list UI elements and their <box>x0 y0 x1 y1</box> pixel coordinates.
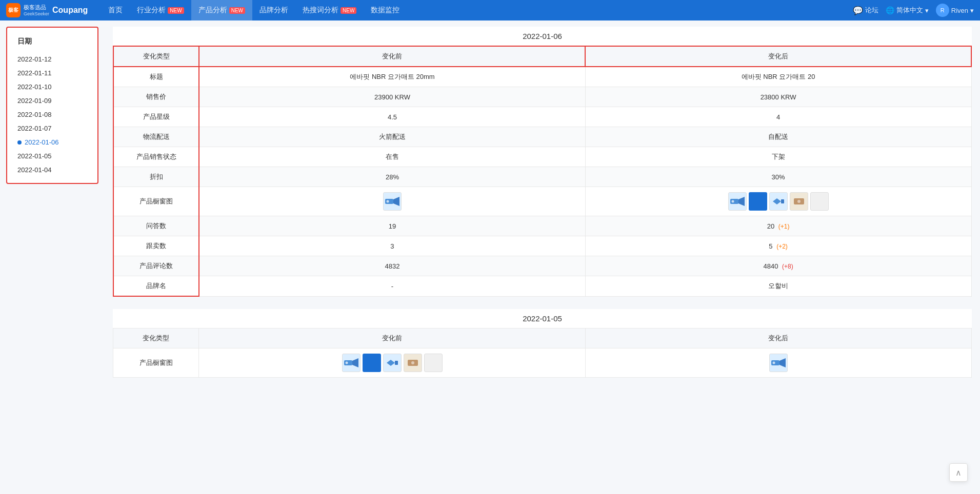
thumbnail-b3[interactable] <box>383 354 402 372</box>
sidebar-date-0[interactable]: 2022-01-12 <box>13 52 91 66</box>
thumbnail-b5[interactable] <box>424 354 443 372</box>
type-cell: 问答数 <box>113 216 199 236</box>
table-row: 产品评论数 4832 4840 (+8) <box>113 256 971 276</box>
table-row: 跟卖数 3 5 (+2) <box>113 236 971 256</box>
chevron-down-icon: ▾ <box>925 7 929 14</box>
col-header-before-2: 变化前 <box>199 328 585 348</box>
active-dot <box>17 140 22 145</box>
svg-rect-6 <box>781 199 784 203</box>
new-badge-industry: NEW <box>168 7 184 14</box>
svg-point-17 <box>772 362 775 364</box>
before-cell-image <box>199 187 585 216</box>
before-cell: 4832 <box>199 256 585 276</box>
sidebar-date-7[interactable]: 2022-01-05 <box>13 149 91 163</box>
thumbnail-b1[interactable] <box>342 354 361 372</box>
before-cell: 19 <box>199 216 585 236</box>
after-cell: 오할비 <box>585 276 971 297</box>
table-header-row: 变化类型 变化前 变化后 <box>113 46 971 67</box>
col-header-type-2: 变化类型 <box>113 328 199 348</box>
svg-rect-9 <box>344 360 352 365</box>
image-thumbnails-after-2 <box>594 354 963 372</box>
svg-point-2 <box>386 200 389 203</box>
after-cell: 4 <box>585 107 971 127</box>
svg-marker-16 <box>779 358 786 367</box>
top-navigation: 极客 极客选品 GeekSeeker Coupang 首页 行业分析 NEW 产… <box>0 0 980 20</box>
table-row: 销售价 23900 KRW 23800 KRW <box>113 87 971 107</box>
type-cell: 产品橱窗图 <box>113 348 199 378</box>
thumbnail-a1[interactable] <box>769 354 788 372</box>
nav-home[interactable]: 首页 <box>101 0 130 20</box>
svg-rect-3 <box>730 199 738 204</box>
before-cell: 에바핏 NBR 요가매트 20mm <box>199 67 585 87</box>
svg-marker-1 <box>393 197 399 206</box>
after-cell: 20 (+1) <box>585 216 971 236</box>
logo-icon: 极客 <box>6 3 21 17</box>
change-badge: (+1) <box>778 223 790 230</box>
logo[interactable]: 极客 极客选品 GeekSeeker Coupang <box>6 3 96 17</box>
new-badge-hot: NEW <box>341 7 356 14</box>
image-thumbnails-before <box>208 192 576 211</box>
svg-rect-12 <box>395 361 398 365</box>
table-row: 产品橱窗图 <box>113 348 972 378</box>
sidebar-date-3[interactable]: 2022-01-09 <box>13 94 91 108</box>
thumbnail-4[interactable] <box>790 192 808 211</box>
date-section-2: 2022-01-05 变化类型 变化前 变化后 产品橱窗图 <box>113 309 972 378</box>
language-selector[interactable]: 🌐 简体中文 ▾ <box>886 6 929 15</box>
sidebar-date-6[interactable]: 2022-01-06 <box>13 135 91 149</box>
svg-rect-0 <box>385 199 393 204</box>
chevron-down-icon-user: ▾ <box>970 7 974 14</box>
section2-date: 2022-01-05 <box>113 309 972 328</box>
thumbnail-b2[interactable] <box>363 354 381 372</box>
image-thumbnails-after <box>594 192 963 211</box>
nav-product[interactable]: 产品分析 NEW <box>191 0 252 20</box>
svg-point-14 <box>411 361 414 364</box>
thumbnail-5[interactable] <box>810 192 829 211</box>
type-cell: 品牌名 <box>113 276 199 297</box>
scroll-to-top-button[interactable]: ∧ <box>949 463 968 482</box>
table-row: 标题 에바핏 NBR 요가매트 20mm 에바핏 NBR 요가매트 20 <box>113 67 971 87</box>
sidebar-date-8[interactable]: 2022-01-04 <box>13 163 91 177</box>
nav-industry[interactable]: 行业分析 NEW <box>130 0 191 20</box>
before-cell: 火箭配送 <box>199 127 585 147</box>
type-cell: 产品销售状态 <box>113 147 199 167</box>
after-cell: 自配送 <box>585 127 971 147</box>
thumbnail-b4[interactable] <box>404 354 422 372</box>
table-row: 产品星级 4.5 4 <box>113 107 971 127</box>
sidebar-date-1[interactable]: 2022-01-11 <box>13 66 91 80</box>
sidebar-date-4[interactable]: 2022-01-08 <box>13 108 91 121</box>
brand-label: Coupang <box>52 6 88 15</box>
before-cell: 28% <box>199 167 585 187</box>
after-cell: 23800 KRW <box>585 87 971 107</box>
change-badge: (+8) <box>782 263 793 270</box>
before-cell: 23900 KRW <box>199 87 585 107</box>
nav-items: 首页 行业分析 NEW 产品分析 NEW 品牌分析 热搜词分析 NEW 数据监控 <box>101 0 852 20</box>
table-row: 折扣 28% 30% <box>113 167 971 187</box>
sidebar-date-5[interactable]: 2022-01-07 <box>13 121 91 135</box>
nav-data-monitor[interactable]: 数据监控 <box>364 0 407 20</box>
main-content: 2022-01-06 变化类型 变化前 变化后 标题 에바핏 NBR 요가매트 … <box>105 20 980 494</box>
col-header-type: 变化类型 <box>113 46 199 67</box>
table-row: 问答数 19 20 (+1) <box>113 216 971 236</box>
table-row: 产品橱窗图 <box>113 187 971 216</box>
sidebar-date-2[interactable]: 2022-01-10 <box>13 80 91 94</box>
thumbnail-3[interactable] <box>769 192 788 211</box>
svg-point-5 <box>731 200 734 203</box>
date-section-1: 2022-01-06 变化类型 变化前 变化后 标题 에바핏 NBR 요가매트 … <box>113 27 972 297</box>
svg-marker-10 <box>352 358 358 367</box>
before-cell-image <box>199 348 585 378</box>
thumbnail-2[interactable] <box>749 192 767 211</box>
type-cell: 销售价 <box>113 87 199 107</box>
user-menu[interactable]: R Riven ▾ <box>936 4 974 17</box>
before-cell: 4.5 <box>199 107 585 127</box>
new-badge-product: NEW <box>229 7 245 14</box>
section1-date: 2022-01-06 <box>113 27 972 46</box>
change-badge: (+2) <box>776 243 788 250</box>
nav-brand[interactable]: 品牌分析 <box>252 0 295 20</box>
nav-hot-search[interactable]: 热搜词分析 NEW <box>295 0 364 20</box>
thumbnail-1[interactable] <box>728 192 747 211</box>
before-cell: 3 <box>199 236 585 256</box>
image-thumbnails-before-2 <box>207 354 576 372</box>
after-cell: 30% <box>585 167 971 187</box>
forum-link[interactable]: 💬 论坛 <box>853 6 878 15</box>
thumbnail[interactable] <box>383 192 402 211</box>
